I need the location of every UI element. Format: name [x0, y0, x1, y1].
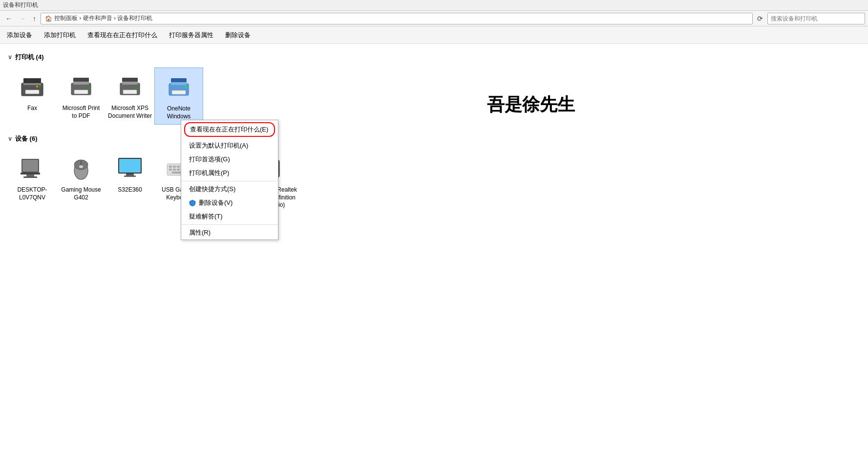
svg-rect-13 — [123, 90, 137, 94]
context-menu-highlighted-wrapper: 查看现在在正在打印什么(E) — [181, 120, 278, 139]
msprint-icon — [65, 71, 97, 103]
svg-rect-8 — [74, 90, 88, 94]
printer-props-label: 打印机属性(P) — [189, 169, 229, 177]
address-bar: ← → ↑ 🏠 控制面板 › 硬件和声音 › 设备和打印机 ⟳ — [0, 11, 868, 26]
watermark: 吾是徐先生 — [487, 93, 575, 117]
svg-rect-18 — [172, 90, 186, 94]
svg-rect-35 — [169, 166, 172, 168]
xps-icon — [114, 71, 146, 103]
view-print-queue-button[interactable]: 查看现在在正在打印什么 — [85, 29, 160, 42]
context-menu-item-create-shortcut[interactable]: 创建快捷方式(S) — [181, 182, 278, 196]
main-content: ∨ 打印机 (4) Fax — [0, 44, 868, 220]
svg-rect-2 — [25, 90, 39, 94]
device-xps[interactable]: Microsoft XPS Document Writer — [106, 67, 154, 125]
device-msprint[interactable]: Microsoft Print to PDF — [57, 67, 106, 125]
printers-section-header: ∨ 打印机 (4) — [8, 53, 860, 62]
fax-label: Fax — [27, 105, 37, 112]
remove-device-button[interactable]: 删除设备 — [222, 29, 254, 42]
devices-grid: DESKTOP-L0V7QNV Gaming Mouse G402 — [8, 147, 860, 215]
properties-label: 属性(R) — [189, 228, 211, 237]
create-shortcut-label: 创建快捷方式(S) — [189, 185, 235, 194]
context-menu-item-view-print[interactable]: 查看现在在正在打印什么(E) — [184, 122, 275, 137]
context-menu-item-printer-props[interactable]: 打印机属性(P) — [181, 166, 278, 180]
svg-rect-31 — [119, 159, 141, 173]
svg-rect-23 — [21, 173, 40, 174]
set-default-label: 设置为默认打印机(A) — [189, 141, 248, 150]
path-text: 控制面板 › 硬件和声音 › 设备和打印机 — [54, 14, 152, 22]
forward-button[interactable]: → — [17, 14, 28, 23]
separator-2 — [181, 224, 278, 225]
svg-point-4 — [39, 86, 41, 87]
xps-label: Microsoft XPS Document Writer — [108, 105, 152, 120]
fax-icon — [17, 71, 48, 103]
device-onenote[interactable]: OneNote Windows — [154, 67, 203, 125]
print-prefs-label: 打印首选项(G) — [189, 155, 230, 164]
separator-1 — [181, 181, 278, 181]
search-input[interactable] — [767, 13, 865, 24]
device-fax[interactable]: Fax — [8, 67, 57, 125]
svg-rect-37 — [177, 166, 180, 168]
svg-point-29 — [79, 165, 83, 168]
printers-toggle[interactable]: ∨ — [8, 54, 12, 61]
context-menu: 查看现在在正在打印什么(E) 设置为默认打印机(A) 打印首选项(G) 打印机属… — [181, 120, 278, 240]
monitor-label: S32E360 — [118, 186, 142, 194]
devices-toggle[interactable]: ∨ — [8, 135, 12, 142]
device-desktop[interactable]: DESKTOP-L0V7QNV — [8, 149, 57, 213]
svg-rect-40 — [169, 169, 172, 171]
device-mouse[interactable]: Gaming Mouse G402 — [57, 149, 106, 213]
device-monitor[interactable]: S32E360 — [106, 149, 154, 213]
svg-point-10 — [87, 86, 89, 87]
refresh-button[interactable]: ⟳ — [755, 14, 765, 23]
title-bar: 设备和打印机 — [0, 0, 868, 11]
desktop-icon — [17, 153, 48, 184]
mouse-icon — [65, 153, 97, 184]
devices-section-label: 设备 (6) — [15, 134, 38, 143]
context-menu-item-troubleshoot[interactable]: 疑难解答(T) — [181, 210, 278, 223]
desktop-label: DESKTOP-L0V7QNV — [10, 186, 54, 201]
svg-rect-42 — [177, 169, 180, 171]
view-print-label: 查看现在在正在打印什么(E) — [190, 125, 268, 134]
svg-rect-24 — [26, 174, 34, 176]
svg-rect-33 — [124, 175, 136, 177]
context-menu-item-properties[interactable]: 属性(R) — [181, 226, 278, 240]
back-button[interactable]: ← — [3, 14, 15, 23]
shield-icon — [189, 199, 196, 206]
svg-rect-32 — [126, 174, 134, 175]
toolbar: 添加设备 添加打印机 查看现在在正在打印什么 打印服务器属性 删除设备 — [0, 26, 868, 44]
add-device-button[interactable]: 添加设备 — [4, 29, 35, 42]
svg-rect-9 — [73, 78, 89, 82]
msprint-label: Microsoft Print to PDF — [59, 105, 103, 120]
svg-rect-3 — [23, 78, 41, 83]
svg-point-20 — [185, 86, 187, 88]
printers-grid: Fax Microsoft Print to PDF — [8, 65, 860, 127]
context-menu-item-set-default[interactable]: 设置为默认打印机(A) — [181, 139, 278, 153]
svg-point-15 — [136, 86, 138, 87]
devices-section-header: ∨ 设备 (6) — [8, 134, 860, 143]
watermark-text: 吾是徐先生 — [487, 94, 575, 114]
title-bar-text: 设备和打印机 — [3, 1, 38, 9]
svg-rect-36 — [173, 166, 176, 168]
onenote-icon — [163, 72, 194, 103]
svg-rect-25 — [23, 176, 37, 178]
svg-rect-14 — [122, 78, 138, 82]
home-icon: 🏠 — [45, 15, 52, 22]
monitor-icon — [114, 153, 146, 184]
svg-rect-19 — [171, 78, 187, 82]
up-button[interactable]: ↑ — [30, 14, 39, 23]
print-server-props-button[interactable]: 打印服务器属性 — [166, 29, 216, 42]
svg-rect-41 — [173, 169, 176, 171]
svg-rect-22 — [22, 160, 38, 172]
printers-section-label: 打印机 (4) — [15, 53, 44, 62]
context-menu-item-delete-device[interactable]: 删除设备(V) — [181, 196, 278, 210]
delete-device-label: 删除设备(V) — [199, 198, 233, 207]
mouse-label: Gaming Mouse G402 — [59, 186, 103, 201]
context-menu-item-print-prefs[interactable]: 打印首选项(G) — [181, 153, 278, 166]
onenote-label: OneNote Windows — [157, 105, 201, 120]
address-path: 🏠 控制面板 › 硬件和声音 › 设备和打印机 — [41, 13, 753, 24]
svg-point-5 — [36, 86, 38, 87]
troubleshoot-label: 疑难解答(T) — [189, 212, 223, 221]
add-printer-button[interactable]: 添加打印机 — [41, 29, 79, 42]
